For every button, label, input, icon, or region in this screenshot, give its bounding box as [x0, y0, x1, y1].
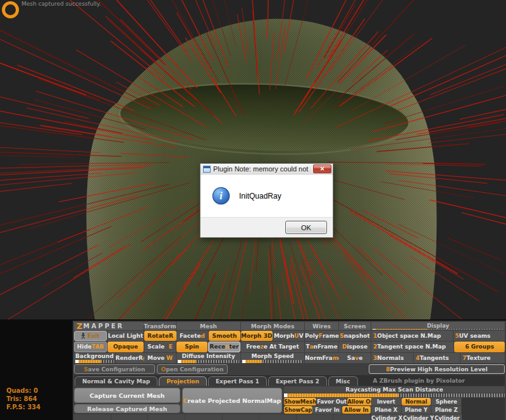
object-space-nmap-button[interactable]: 1 Object space N.Map [371, 331, 453, 341]
panel-empty-area [462, 398, 505, 420]
wires-header: Wires [305, 322, 338, 330]
zbrush-logo-ring-icon [2, 1, 19, 18]
tab-expert-pass-1[interactable]: Expert Pass 1 [208, 376, 267, 386]
recenter-button[interactable]: Recenter [208, 342, 240, 352]
favor-out-button[interactable]: Favor Out [317, 398, 347, 405]
scale-button[interactable]: ScaleE [144, 342, 176, 352]
status-message: Mesh captured successfully. [22, 1, 101, 7]
zmapper-logo: Z MAPPER [74, 322, 144, 330]
zmapper-panel: Z MAPPER Exit Local Light Hide TAB Opaqu… [73, 321, 506, 420]
tanframe-button[interactable]: TanFrame [305, 342, 338, 352]
panel-tabs: Normal & Cavity Map Projection Expert Pa… [74, 375, 505, 386]
tab-misc[interactable]: Misc [328, 376, 358, 386]
morph-uv-button[interactable]: Morph UV [273, 331, 305, 341]
transform-header: Transform [144, 322, 176, 330]
normframe-button[interactable]: NormFrame [305, 353, 342, 363]
dialog-title: Plugin Note: memory could not be alloc..… [213, 165, 311, 173]
tangents-button[interactable]: 4 Tangents [414, 353, 460, 363]
snapshot-button[interactable]: Snapshot [339, 331, 371, 341]
local-light-button[interactable]: Local Light [108, 331, 144, 341]
texture-button[interactable]: 7 Texture [460, 353, 505, 363]
plane-z-button[interactable]: Plane Z [431, 406, 461, 414]
showcap-button[interactable]: ShowCap [284, 406, 312, 414]
rotate-button[interactable]: RotateR [144, 331, 176, 341]
morph-speed-slider[interactable]: Morph Speed [241, 353, 304, 363]
close-icon[interactable]: ✕ [313, 164, 331, 173]
dialog-titlebar[interactable]: Plugin Note: memory could not be alloc..… [201, 164, 333, 175]
morph-3d-button[interactable]: Morph 3D [241, 331, 273, 341]
plane-x-button[interactable]: Plane X [371, 406, 401, 414]
dialog-body: i InitQuadRay [201, 175, 333, 217]
smooth-button[interactable]: Smooth [209, 331, 240, 341]
favor-in-button[interactable]: Favor In [313, 406, 342, 414]
tab-normal-cavity-map[interactable]: Normal & Cavity Map [75, 376, 157, 386]
info-icon: i [213, 187, 230, 204]
dispose-button[interactable]: Dispose [339, 342, 371, 352]
cylinder-y-button[interactable]: Cylinder Y [403, 414, 434, 420]
faceted-button[interactable]: Faceted [176, 331, 208, 341]
open-configuration-button[interactable]: Open Configuration [157, 364, 228, 374]
polyframe-button[interactable]: PolyFrame [305, 331, 339, 341]
ok-button[interactable]: OK [285, 221, 327, 234]
quads-count: Quads: 0 [6, 387, 38, 394]
tab-expert-pass-2[interactable]: Expert Pass 2 [268, 376, 327, 386]
cylinder-x-button[interactable]: Cylinder X [371, 414, 402, 420]
tangent-space-nmap-button[interactable]: 2 Tangent space N.Map [371, 342, 454, 352]
raycasting-slider[interactable] [284, 393, 505, 397]
plane-y-button[interactable]: Plane Y [402, 406, 431, 414]
groups-button[interactable]: 6 Groups [454, 342, 505, 352]
screen-header: Screen [339, 322, 371, 330]
raycasting-header: Raycasting Max Scan Distance [284, 386, 505, 393]
sphere-button[interactable]: Sphere [431, 398, 461, 405]
opaque-button[interactable]: Opaque [108, 342, 144, 352]
morph-modes-header: Morph Modes [241, 322, 304, 330]
hide-tab-button[interactable]: Hide TAB [74, 342, 107, 352]
diffuse-intensity-slider[interactable]: Diffuse Intensity [176, 353, 240, 363]
dialog-window-icon [203, 166, 211, 173]
plugin-credit: A ZBrush plugin by Pixolator [373, 378, 504, 384]
move-button[interactable]: MoveW [144, 353, 176, 363]
dialog-message: InitQuadRay [239, 192, 281, 201]
background-slider[interactable]: Background [74, 353, 115, 363]
save-configuration-button[interactable]: Save Configuration [74, 364, 155, 374]
3d-viewport[interactable]: Mesh captured successfully. Plugin Note:… [0, 0, 506, 319]
plugin-note-dialog: Plugin Note: memory could not be alloc..… [200, 163, 333, 238]
fps-count: F.P.S: 334 [6, 404, 40, 411]
tris-count: Tris: 864 [6, 395, 37, 402]
save-button[interactable]: Save [339, 353, 371, 363]
normal-button[interactable]: Normal [402, 398, 431, 405]
capture-current-mesh-button[interactable]: Capture Current Mesh [74, 388, 180, 403]
mesh-stats: Quads: 0 Tris: 864 F.P.S: 334 [0, 319, 73, 420]
preview-high-res-button[interactable]: 8 Preview High Resolution Level [369, 364, 505, 374]
normals-button[interactable]: 3 Normals [371, 353, 413, 363]
projection-tab-content: Capture Current Mesh Release Captured Me… [74, 386, 505, 420]
create-projected-normalmap-button[interactable]: Create Projected NormalMap [182, 388, 282, 413]
dialog-footer: OK [201, 217, 333, 237]
mesh-canvas [0, 0, 506, 319]
invert-button[interactable]: Invert [371, 398, 401, 405]
exit-button[interactable]: Exit [74, 331, 107, 341]
allow-in-button[interactable]: Allow In [342, 406, 371, 414]
spin-button[interactable]: Spin [176, 342, 207, 352]
empty-button-row [74, 414, 370, 420]
tab-projection[interactable]: Projection [159, 376, 207, 386]
freeze-at-target-button[interactable]: Freeze At Target [241, 342, 304, 352]
exit-person-icon [81, 333, 85, 339]
display-slider[interactable]: Display [371, 322, 505, 330]
zbrush-window: Mesh captured successfully. Plugin Note:… [0, 0, 506, 420]
uv-seams-button[interactable]: 5 UV seams [454, 331, 505, 341]
mesh-header: Mesh [176, 322, 240, 330]
release-captured-mesh-button[interactable]: Release Captured Mesh [74, 404, 180, 413]
cylinder-z-button[interactable]: Cylinder Z [435, 414, 466, 420]
showmesh-button[interactable]: ShowMesh [284, 398, 316, 405]
